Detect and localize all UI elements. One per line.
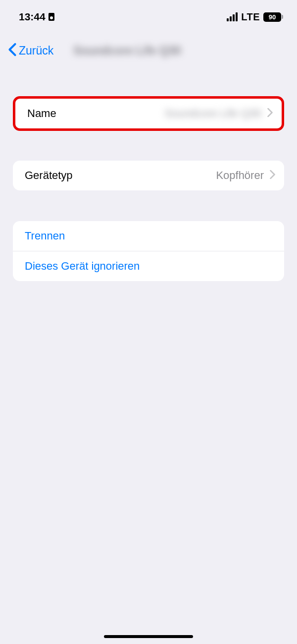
- status-bar: 13:44 LTE 90: [0, 0, 297, 29]
- status-right: LTE 90: [227, 11, 281, 23]
- page-title: Soundcore Life Q30: [73, 44, 181, 58]
- network-type: LTE: [241, 11, 260, 23]
- cellular-signal-icon: [227, 12, 238, 21]
- content: Name Soundcore Life Q30 Gerätetyp Kopfhö…: [0, 67, 297, 281]
- home-indicator[interactable]: [104, 635, 193, 638]
- sim-icon: [49, 13, 54, 21]
- back-button[interactable]: Zurück: [19, 44, 53, 58]
- name-value: Soundcore Life Q30: [164, 107, 261, 120]
- name-row[interactable]: Name Soundcore Life Q30: [15, 99, 282, 128]
- name-section: Name Soundcore Life Q30: [13, 96, 284, 131]
- disconnect-button[interactable]: Trennen: [13, 221, 284, 251]
- forget-device-button[interactable]: Dieses Gerät ignorieren: [13, 251, 284, 281]
- status-left: 13:44: [19, 11, 54, 23]
- device-type-label: Gerätetyp: [25, 169, 73, 182]
- nav-header: Zurück Soundcore Life Q30: [0, 29, 297, 67]
- disconnect-label: Trennen: [25, 230, 65, 242]
- name-label: Name: [27, 107, 56, 120]
- forget-device-label: Dieses Gerät ignorieren: [25, 260, 140, 273]
- chevron-right-icon: [267, 108, 273, 119]
- device-type-row[interactable]: Gerätetyp Kopfhörer: [13, 161, 284, 190]
- chevron-right-icon: [270, 170, 275, 181]
- device-type-value: Kopfhörer: [216, 169, 264, 182]
- status-time: 13:44: [19, 11, 46, 23]
- actions-section: Trennen Dieses Gerät ignorieren: [13, 221, 284, 281]
- back-chevron-icon[interactable]: [8, 43, 17, 59]
- battery-icon: 90: [263, 12, 281, 22]
- device-type-section: Gerätetyp Kopfhörer: [13, 161, 284, 190]
